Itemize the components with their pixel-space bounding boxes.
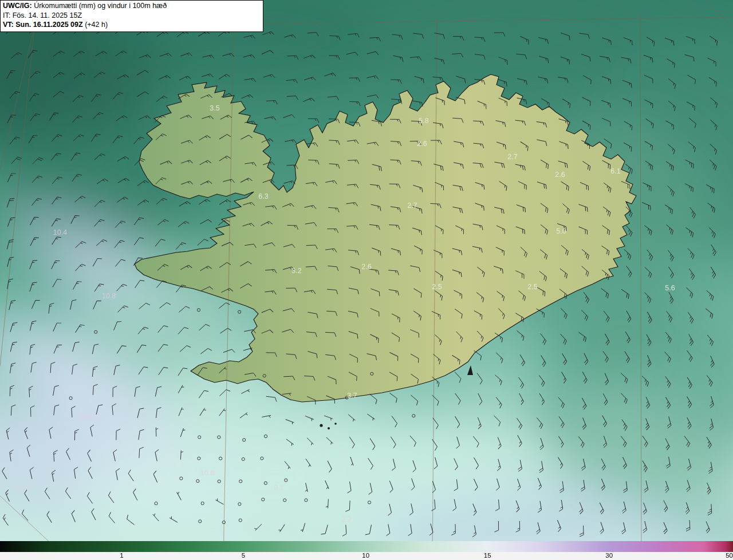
- colorbar-tick: 15: [484, 552, 491, 559]
- weather-map-canvas: 3.55.82.62.72.66.16.32.75.010.43.22.62.5…: [0, 0, 733, 560]
- value-label: 2.6: [555, 171, 565, 179]
- value-label: 2.6: [361, 263, 371, 271]
- colorbar-tick: 1: [120, 552, 123, 559]
- colorbar-tick: 30: [605, 552, 613, 559]
- value-label: 6.3: [258, 192, 268, 200]
- precipitation-colorbar: 1510153050: [0, 541, 733, 560]
- value-label: 10.8: [200, 469, 214, 477]
- value-label: 2.5: [527, 283, 537, 291]
- valid-time-label: VT: Sun. 16.11.2025 09Z: [3, 21, 83, 29]
- colorbar-gradient: [0, 541, 733, 552]
- weather-map-page: 3.55.82.62.72.66.16.32.75.010.43.22.62.5…: [0, 0, 733, 560]
- value-label: 5.6: [665, 284, 675, 292]
- value-label: 10.8: [102, 292, 116, 300]
- value-label: 2.5: [432, 283, 442, 291]
- value-label: 2.6: [417, 140, 427, 148]
- colorbar-tick: 10: [362, 552, 369, 559]
- value-label: 5.0: [556, 227, 566, 235]
- product-title: Úrkomumætti (mm) og vindur i 100m hæð: [34, 2, 167, 10]
- value-label: 2.2: [341, 515, 351, 523]
- value-label: 2.7: [407, 202, 417, 210]
- product-line: UWC/IG: Úrkomumætti (mm) og vindur i 100…: [3, 1, 257, 11]
- value-label: 9.1: [274, 484, 283, 492]
- colorbar-ticks: 1510153050: [0, 552, 733, 560]
- colorbar-tick: 50: [726, 552, 733, 559]
- colorbar-tick: 5: [242, 552, 245, 559]
- product-label: UWC/IG:: [3, 2, 32, 10]
- valid-time-line: VT: Sun. 16.11.2025 09Z (+42 h): [3, 20, 257, 30]
- init-time-line: IT: Fös. 14. 11. 2025 15Z: [3, 11, 257, 21]
- value-label: 2.7: [507, 153, 517, 161]
- title-box: UWC/IG: Úrkomumætti (mm) og vindur i 100…: [0, 0, 263, 32]
- value-label: 3.7: [347, 392, 357, 400]
- value-label: 3.5: [210, 104, 219, 112]
- value-label: 5.8: [419, 117, 428, 125]
- value-label: 9.4: [81, 412, 90, 420]
- value-label: 10.4: [15, 484, 29, 492]
- value-label: 3.2: [291, 267, 301, 275]
- valid-time-suffix: (+42 h): [85, 21, 108, 29]
- value-label: 6.1: [610, 167, 620, 175]
- value-label: 10.4: [53, 228, 67, 236]
